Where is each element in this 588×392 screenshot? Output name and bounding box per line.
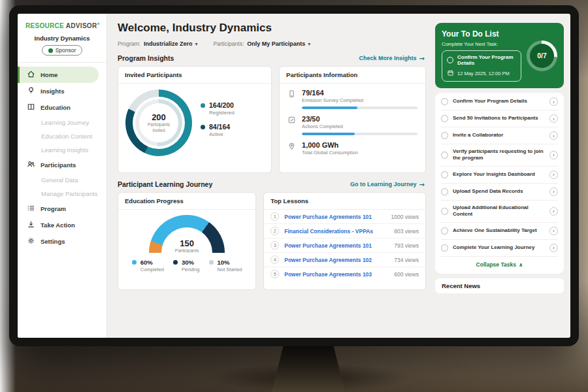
lesson-row: 4 Power Purchase Agreements 102 734 view… <box>264 253 425 267</box>
task-checkbox[interactable] <box>441 244 448 252</box>
people-icon <box>27 160 35 170</box>
sidebar-item-manage-participants[interactable]: Manage Participants <box>18 187 106 201</box>
link-label: Go to Learning Journey <box>350 181 417 188</box>
task-checkbox[interactable] <box>441 227 448 235</box>
lesson-row: 3 Power Purchase Agreements 101 793 view… <box>264 238 425 253</box>
legend-item-active: 84/164 Active <box>201 123 235 137</box>
task-checkbox[interactable] <box>441 115 448 122</box>
chevron-right-icon[interactable]: › <box>549 188 558 196</box>
info-label: Actions Completed <box>302 123 417 129</box>
next-task-label: Confirm Your Program Details <box>457 54 516 66</box>
pending-dot <box>173 260 178 265</box>
legend-value: 60% <box>140 259 153 266</box>
card-title: Participants Information <box>280 67 425 84</box>
task-row[interactable]: Invite a Collaborator › <box>441 127 558 144</box>
chevron-right-icon[interactable]: › <box>549 97 558 106</box>
legend-item-registered: 164/200 Registered <box>201 101 235 116</box>
chevron-right-icon[interactable]: › <box>549 207 558 216</box>
program-filter[interactable]: Program: Industrialize Zero ▾ <box>118 41 198 47</box>
check-square-icon <box>287 115 296 135</box>
card-title: Top Lessons <box>264 193 425 210</box>
lesson-link[interactable]: Power Purchase Agreements 103 <box>284 271 389 278</box>
task-row[interactable]: Complete Your Learning Journey › <box>441 240 558 257</box>
gear-icon <box>27 237 35 246</box>
sidebar-item-general-data[interactable]: General Data <box>18 173 106 187</box>
monitor-bezel: RESOURCE ADVISOR+ Industry Dynamics Spon… <box>9 5 579 346</box>
go-to-learning-journey-link[interactable]: Go to Learning Journey → <box>350 181 425 188</box>
sidebar-item-learning-insights[interactable]: Learning Insights <box>18 143 106 157</box>
lessons-list: 1 Power Purchase Agreements 101 1000 vie… <box>264 210 425 281</box>
chevron-right-icon[interactable]: › <box>549 114 558 123</box>
task-row[interactable]: Upload Additional Educational Content › <box>441 201 558 223</box>
chevron-down-icon: ▾ <box>308 41 310 47</box>
pin-icon <box>287 141 296 155</box>
sidebar-item-learning-journey[interactable]: Learning Journey <box>18 116 106 129</box>
task-checkbox[interactable] <box>441 171 448 178</box>
lesson-link[interactable]: Power Purchase Agreements 101 <box>284 214 385 220</box>
sidebar-item-insights[interactable]: Insights <box>18 83 106 99</box>
chevron-right-icon[interactable]: › <box>549 131 558 140</box>
participants-information-card: Participants Information 79/164 Emission… <box>279 66 426 173</box>
lesson-row: 1 Power Purchase Agreements 101 1000 vie… <box>264 210 425 224</box>
legend-item-completed: 60% Completed <box>132 259 164 272</box>
learning-cards-row: Education Progress 150 Participants <box>118 192 426 290</box>
chevron-right-icon[interactable]: › <box>549 227 558 235</box>
card-title: Education Progress <box>118 193 255 210</box>
task-label: Verify participants requesting to join t… <box>453 148 545 162</box>
legend-label: Registered <box>209 110 235 116</box>
sponsor-badge[interactable]: Sponsor <box>42 45 83 56</box>
sidebar-item-education-content[interactable]: Education Content <box>18 129 106 143</box>
sidebar-item-label: Take Action <box>41 221 75 229</box>
lesson-views: 803 views <box>394 228 419 235</box>
task-checkbox[interactable] <box>441 98 448 105</box>
legend-label: Active <box>209 131 235 137</box>
top-lessons-card: Top Lessons 1 Power Purchase Agreements … <box>263 192 426 290</box>
legend-item-pending: 30% Pending <box>173 259 200 272</box>
task-row[interactable]: Confirm Your Program Details › <box>441 93 558 110</box>
lesson-link[interactable]: Power Purchase Agreements 102 <box>284 257 389 263</box>
info-row-consumption: 1,000 GWh Total Global Consumption <box>287 141 417 155</box>
task-checkbox[interactable] <box>447 57 453 63</box>
task-checkbox[interactable] <box>441 188 448 195</box>
chevron-right-icon[interactable]: › <box>549 244 558 252</box>
lesson-link[interactable]: Financial Considerations - VPPAs <box>284 228 389 235</box>
list-icon <box>27 204 35 214</box>
task-label: Achieve One Sustainability Target <box>453 227 545 234</box>
task-label: Upload Spend Data Records <box>453 188 545 195</box>
program-filter-label: Program: <box>118 41 140 47</box>
info-row-actions: 23/50 Actions Completed <box>287 115 417 135</box>
legend-label: Completed <box>140 267 164 272</box>
donut-center-label: Participants Invited <box>144 122 173 133</box>
todo-header-card: Your To Do List Complete Your Next Task:… <box>435 23 564 88</box>
check-more-insights-link[interactable]: Check More Insights → <box>359 55 425 62</box>
card-title: Invited Participants <box>118 67 271 84</box>
chevron-right-icon[interactable]: › <box>549 171 558 179</box>
completed-dot <box>132 260 137 265</box>
task-checkbox[interactable] <box>441 152 448 159</box>
task-row[interactable]: Send 50 Invitations to Participants › <box>441 110 558 127</box>
task-row[interactable]: Achieve One Sustainability Target › <box>441 223 558 240</box>
participants-filter[interactable]: Participants: Only My Participants ▾ <box>214 41 311 47</box>
task-row[interactable]: Explore Your Insights Dashboard › <box>441 167 558 184</box>
todo-progress-value: 0/7 <box>537 52 547 59</box>
task-row[interactable]: Verify participants requesting to join t… <box>441 144 558 167</box>
next-task-box[interactable]: Confirm Your Program Details 12 May 2025… <box>442 50 521 82</box>
task-checkbox[interactable] <box>441 208 448 215</box>
sidebar-item-take-action[interactable]: Take Action <box>18 217 106 233</box>
sidebar-item-home[interactable]: Home <box>18 67 99 83</box>
lesson-link[interactable]: Power Purchase Agreements 101 <box>284 242 389 249</box>
sidebar-item-settings[interactable]: Settings <box>18 233 106 250</box>
sidebar-item-program[interactable]: Program <box>18 201 106 217</box>
sidebar-item-education[interactable]: Education <box>18 99 106 116</box>
desk-background: RESOURCE ADVISOR+ Industry Dynamics Spon… <box>0 0 588 392</box>
task-checkbox[interactable] <box>441 132 448 139</box>
task-row[interactable]: Upload Spend Data Records › <box>441 184 558 201</box>
org-block: Industry Dynamics Sponsor <box>18 32 106 63</box>
sidebar-item-participants[interactable]: Participants <box>18 157 106 173</box>
recent-news-header: Recent News <box>435 278 564 293</box>
chevron-right-icon[interactable]: › <box>549 151 558 159</box>
bulb-icon <box>27 86 35 96</box>
todo-title: Your To Do List <box>442 29 521 39</box>
lesson-views: 1000 views <box>391 214 419 220</box>
collapse-tasks-button[interactable]: Collapse Tasks∧ <box>441 257 558 274</box>
